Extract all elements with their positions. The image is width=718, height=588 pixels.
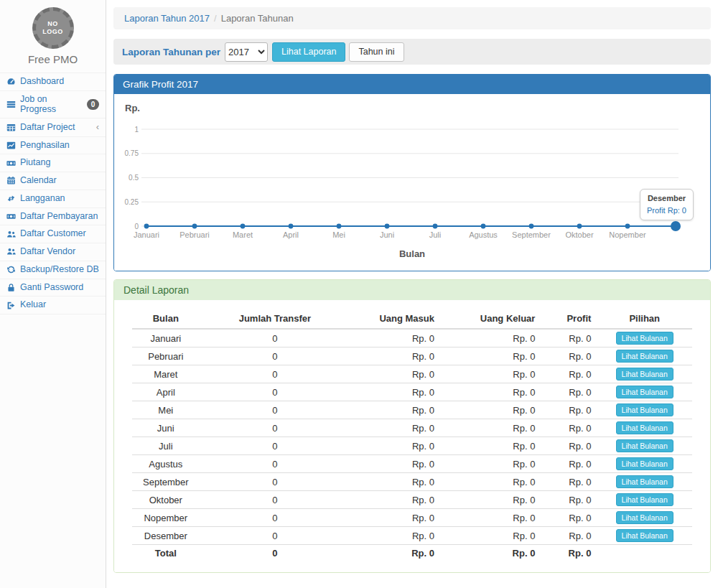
sidebar-item-label: Job on Progress — [20, 95, 83, 115]
chevron-left-icon: ‹ — [96, 122, 99, 132]
cell-bulan: Agustus — [132, 455, 200, 473]
tasks-icon — [6, 100, 16, 109]
sign-out-icon — [6, 301, 16, 310]
cell-bulan: Nopember — [132, 509, 200, 527]
total-cell-pilihan — [597, 545, 692, 562]
cell-pilihan: Lihat Bulanan — [597, 455, 692, 473]
column-header-uang-masuk: Uang Masuk — [350, 309, 440, 329]
cell-uang-keluar: Rp. 0 — [440, 437, 541, 455]
cell-uang-masuk: Rp. 0 — [350, 491, 440, 509]
sidebar-item-piutang[interactable]: Piutang — [0, 154, 106, 172]
cell-uang-masuk: Rp. 0 — [350, 437, 440, 455]
svg-text:Oktober: Oktober — [565, 230, 593, 239]
sidebar-item-daftar-customer[interactable]: Daftar Customer — [0, 225, 106, 243]
cell-pilihan: Lihat Bulanan — [597, 365, 692, 383]
table-row: Maret0Rp. 0Rp. 0Rp. 0Lihat Bulanan — [132, 365, 692, 383]
sidebar: NO LOGO Free PMO Dashboard Job on Progre… — [0, 0, 106, 588]
cell-bulan: Maret — [132, 365, 200, 383]
chart-y-axis-label: Rp. — [125, 103, 703, 113]
detail-panel-title: Detail Laporan — [114, 280, 710, 300]
sidebar-item-daftar-project[interactable]: Daftar Project ‹ — [0, 118, 106, 136]
sidebar-item-langganan[interactable]: Langganan — [0, 190, 106, 207]
lihat-bulanan-button[interactable]: Lihat Bulanan — [616, 332, 673, 345]
lihat-bulanan-button[interactable]: Lihat Bulanan — [616, 403, 673, 416]
table-row: September0Rp. 0Rp. 0Rp. 0Lihat Bulanan — [132, 473, 692, 491]
lihat-bulanan-button[interactable]: Lihat Bulanan — [616, 421, 673, 434]
lihat-bulanan-button[interactable]: Lihat Bulanan — [616, 511, 673, 524]
cell-pilihan: Lihat Bulanan — [597, 491, 692, 509]
cell-uang-keluar: Rp. 0 — [440, 329, 541, 347]
sidebar-item-calendar[interactable]: Calendar — [0, 172, 106, 190]
job-count-badge: 0 — [87, 99, 99, 110]
breadcrumb-current: Laporan Tahunan — [221, 13, 294, 24]
cell-profit: Rp. 0 — [541, 383, 597, 401]
detail-table-body: BulanJumlah TransferUang MasukUang Kelua… — [114, 300, 710, 572]
sidebar-item-label: Daftar Project — [20, 123, 75, 133]
total-cell-uang-masuk: Rp. 0 — [350, 545, 440, 562]
cell-uang-keluar: Rp. 0 — [440, 383, 541, 401]
table-total-row: Total0Rp. 0Rp. 0Rp. 0 — [132, 545, 692, 562]
cell-jumlah-transfer: 0 — [200, 455, 351, 473]
svg-text:0: 0 — [134, 223, 139, 230]
chart-canvas[interactable]: 00.250.50.751JanuariPebruariMaretAprilMe… — [121, 116, 701, 243]
cell-profit: Rp. 0 — [541, 329, 597, 347]
cell-profit: Rp. 0 — [541, 473, 597, 491]
lihat-bulanan-button[interactable]: Lihat Bulanan — [616, 386, 673, 398]
breadcrumb-link[interactable]: Laporan Tahun 2017 — [124, 13, 210, 24]
detail-report-panel: Detail Laporan BulanJumlah TransferUang … — [113, 279, 711, 573]
lihat-bulanan-button[interactable]: Lihat Bulanan — [616, 350, 673, 363]
sidebar-item-keluar[interactable]: Keluar — [0, 296, 106, 314]
tahun-ini-button[interactable]: Tahun ini — [349, 42, 404, 62]
sidebar-item-dashboard[interactable]: Dashboard — [0, 73, 106, 90]
cell-uang-keluar: Rp. 0 — [440, 473, 541, 491]
total-cell-bulan: Total — [132, 545, 200, 562]
cell-uang-keluar: Rp. 0 — [440, 491, 541, 509]
svg-text:Agustus: Agustus — [469, 230, 498, 239]
lihat-bulanan-button[interactable]: Lihat Bulanan — [616, 475, 673, 488]
sidebar-item-label: Backup/Restore DB — [20, 265, 99, 275]
users-icon — [6, 230, 16, 239]
money-icon — [6, 212, 16, 221]
cell-bulan: Januari — [132, 329, 200, 347]
cell-pilihan: Lihat Bulanan — [597, 419, 692, 437]
lihat-bulanan-button[interactable]: Lihat Bulanan — [616, 529, 673, 542]
sidebar-nav: Dashboard Job on Progress 0 Daftar Proje… — [0, 73, 106, 314]
sidebar-item-ganti-password[interactable]: Ganti Password — [0, 279, 106, 297]
sidebar-item-label: Piutang — [20, 158, 50, 168]
logo-text-line2: LOGO — [42, 28, 63, 36]
cell-profit: Rp. 0 — [541, 347, 597, 365]
sidebar-item-daftar-vendor[interactable]: Daftar Vendor — [0, 243, 106, 261]
line-chart-icon — [6, 141, 16, 150]
sidebar-item-label: Calendar — [20, 176, 57, 186]
breadcrumb: Laporan Tahun 2017/Laporan Tahunan — [113, 7, 711, 29]
breadcrumb-separator: / — [214, 13, 217, 24]
report-toolbar: Laporan Tahunan per 2017 Lihat Laporan T… — [113, 39, 711, 65]
lihat-bulanan-button[interactable]: Lihat Bulanan — [616, 368, 673, 381]
cell-uang-keluar: Rp. 0 — [440, 365, 541, 383]
lihat-laporan-button[interactable]: Lihat Laporan — [272, 42, 345, 62]
total-cell-profit: Rp. 0 — [541, 545, 597, 562]
chart-tooltip: Desember Profit Rp: 0 — [640, 189, 694, 220]
sidebar-item-label: Keluar — [20, 300, 46, 310]
retweet-icon — [6, 194, 16, 203]
year-select[interactable]: 2017 — [225, 42, 268, 62]
lihat-bulanan-button[interactable]: Lihat Bulanan — [616, 493, 673, 506]
svg-text:0.25: 0.25 — [125, 198, 139, 206]
cell-jumlah-transfer: 0 — [200, 509, 351, 527]
cell-uang-masuk: Rp. 0 — [350, 401, 440, 419]
logo-text-line1: NO — [47, 20, 58, 28]
lihat-bulanan-button[interactable]: Lihat Bulanan — [616, 457, 673, 470]
lihat-bulanan-button[interactable]: Lihat Bulanan — [616, 439, 673, 452]
sidebar-item-penghasilan[interactable]: Penghasilan — [0, 136, 106, 154]
sidebar-item-job-on-progress[interactable]: Job on Progress 0 — [0, 90, 106, 118]
svg-text:Juni: Juni — [380, 230, 394, 239]
cell-profit: Rp. 0 — [541, 491, 597, 509]
tooltip-value: Profit Rp: 0 — [647, 205, 686, 217]
cell-bulan: Juli — [132, 437, 200, 455]
cell-uang-masuk: Rp. 0 — [350, 509, 440, 527]
chart-panel-title: Grafik Profit 2017 — [114, 75, 710, 94]
sidebar-item-backup-restore-db[interactable]: Backup/Restore DB — [0, 261, 106, 279]
sidebar-item-daftar-pembayaran[interactable]: Daftar Pembayaran — [0, 207, 106, 225]
chart-body: Rp. 00.250.50.751JanuariPebruariMaretApr… — [114, 94, 710, 271]
app-logo: NO LOGO — [32, 7, 74, 49]
